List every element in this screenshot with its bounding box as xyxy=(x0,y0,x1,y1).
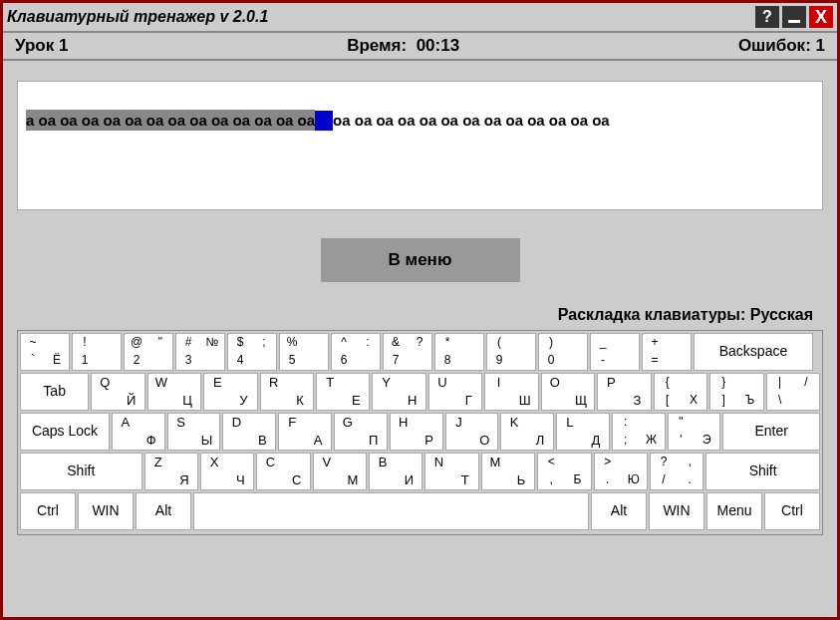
key-space[interactable] xyxy=(193,492,589,530)
key-r2-11[interactable]: }]Ъ xyxy=(709,373,763,411)
key-tab[interactable]: Tab xyxy=(20,373,89,411)
menu-button[interactable]: В меню xyxy=(321,238,520,282)
key-n[interactable]: NТ xyxy=(424,453,478,490)
key-r4-8[interactable]: >.Ю xyxy=(594,453,648,490)
key-y[interactable]: YН xyxy=(372,373,425,411)
key-4[interactable]: $;4 xyxy=(227,333,277,371)
key-ctrl-right[interactable]: Ctrl xyxy=(764,492,820,530)
key-v[interactable]: VМ xyxy=(313,453,367,490)
key-r2-10[interactable]: {[Х xyxy=(654,373,707,411)
key-win-left[interactable]: WIN xyxy=(78,492,134,530)
key-`[interactable]: ~`Ё xyxy=(20,333,70,371)
close-button[interactable]: X xyxy=(809,6,833,28)
key-r[interactable]: RК xyxy=(260,373,314,411)
keyboard-row-1: ~`Ё!1@"2#№3$;4%5^:6&?7*8(9)0_-+=Backspac… xyxy=(20,333,820,371)
titlebar: Клавиатурный тренажер v 2.0.1 ? X xyxy=(3,3,837,31)
key-alt-right[interactable]: Alt xyxy=(591,492,647,530)
key-d[interactable]: DВ xyxy=(222,413,276,451)
key-r4-7[interactable]: <,Б xyxy=(537,453,591,490)
key-w[interactable]: WЦ xyxy=(147,373,201,411)
key-e[interactable]: EУ xyxy=(203,373,257,411)
keyboard-row-5: CtrlWINAltAltWINMenuCtrl xyxy=(20,492,820,530)
key-backspace[interactable]: Backspace xyxy=(694,333,813,371)
key-0[interactable]: )0 xyxy=(538,333,588,371)
key-r3-10[interactable]: "'Э xyxy=(668,413,721,451)
key-ctrl-left[interactable]: Ctrl xyxy=(20,492,76,530)
key-l[interactable]: LД xyxy=(556,413,610,451)
key-j[interactable]: JО xyxy=(445,413,499,451)
key-b[interactable]: BИ xyxy=(369,453,422,490)
remaining-text: оа оа оа оа оа оа оа оа оа оа оа оа оа xyxy=(333,110,610,131)
key-c[interactable]: CС xyxy=(256,453,310,490)
key-=[interactable]: += xyxy=(642,333,692,371)
key-s[interactable]: SЫ xyxy=(167,413,221,451)
key-x[interactable]: XЧ xyxy=(200,453,254,490)
layout-label: Раскладка клавиатуры: Русская xyxy=(17,302,823,330)
key-enter[interactable]: Enter xyxy=(722,413,820,451)
key-1[interactable]: !1 xyxy=(72,333,122,371)
key-win-right[interactable]: WIN xyxy=(649,492,704,530)
key-9[interactable]: (9 xyxy=(486,333,536,371)
key-m[interactable]: MЬ xyxy=(481,453,535,490)
typing-line: а оа оа оа оа оа оа оа оа оа оа оа оа оа… xyxy=(26,110,814,131)
key-2[interactable]: @"2 xyxy=(124,333,173,371)
key-shift-left[interactable]: Shift xyxy=(20,453,142,490)
key-shift-right[interactable]: Shift xyxy=(705,453,820,490)
typed-text: а оа оа оа оа оа оа оа оа оа оа оа оа оа xyxy=(26,110,315,131)
key-g[interactable]: GП xyxy=(334,413,388,451)
keyboard-row-4: ShiftZЯXЧCСVМBИNТMЬ<,Б>.Ю?,/.Shift xyxy=(20,453,820,490)
key-p[interactable]: PЗ xyxy=(597,373,651,411)
keyboard-row-3: Caps LockAФSЫDВFАGПHРJОKЛLД:;Ж"'ЭEnter xyxy=(20,413,820,451)
key-a[interactable]: AФ xyxy=(112,413,165,451)
key-alt-left[interactable]: Alt xyxy=(136,492,191,530)
lesson-label: Урок 1 xyxy=(15,36,68,56)
time-display: Время: 00:13 xyxy=(68,36,738,56)
app-window: Клавиатурный тренажер v 2.0.1 ? X Урок 1… xyxy=(0,0,840,620)
minimize-icon xyxy=(788,20,800,23)
key--[interactable]: _- xyxy=(590,333,640,371)
typing-area[interactable]: а оа оа оа оа оа оа оа оа оа оа оа оа оа… xyxy=(17,81,823,210)
key-capslock[interactable]: Caps Lock xyxy=(20,413,110,451)
errors-display: Ошибок: 1 xyxy=(738,36,825,56)
key-menu[interactable]: Menu xyxy=(706,492,762,530)
key-h[interactable]: HР xyxy=(390,413,443,451)
key-q[interactable]: QЙ xyxy=(91,373,144,411)
key-3[interactable]: #№3 xyxy=(175,333,225,371)
key-k[interactable]: KЛ xyxy=(500,413,554,451)
key-i[interactable]: IШ xyxy=(484,373,538,411)
key-u[interactable]: UГ xyxy=(428,373,482,411)
status-bar: Урок 1 Время: 00:13 Ошибок: 1 xyxy=(3,31,837,61)
key-t[interactable]: TЕ xyxy=(316,373,370,411)
key-z[interactable]: ZЯ xyxy=(144,453,198,490)
app-title: Клавиатурный тренажер v 2.0.1 xyxy=(7,8,268,26)
help-button[interactable]: ? xyxy=(755,6,779,28)
key-8[interactable]: *8 xyxy=(434,333,484,371)
key-r4-9[interactable]: ?,/. xyxy=(650,453,703,490)
content-area: а оа оа оа оа оа оа оа оа оа оа оа оа оа… xyxy=(3,61,837,617)
key-o[interactable]: OЩ xyxy=(541,373,595,411)
key-7[interactable]: &?7 xyxy=(383,333,432,371)
virtual-keyboard: ~`Ё!1@"2#№3$;4%5^:6&?7*8(9)0_-+=Backspac… xyxy=(17,330,823,535)
key-6[interactable]: ^:6 xyxy=(331,333,381,371)
key-r3-9[interactable]: :;Ж xyxy=(612,413,666,451)
key-5[interactable]: %5 xyxy=(279,333,329,371)
keyboard-row-2: TabQЙWЦEУRКTЕYНUГIШOЩPЗ{[Х}]Ъ|/\ xyxy=(20,373,820,411)
cursor xyxy=(315,111,333,131)
key-r2-12[interactable]: |/\ xyxy=(766,373,820,411)
key-f[interactable]: FА xyxy=(278,413,332,451)
minimize-button[interactable] xyxy=(782,6,806,28)
